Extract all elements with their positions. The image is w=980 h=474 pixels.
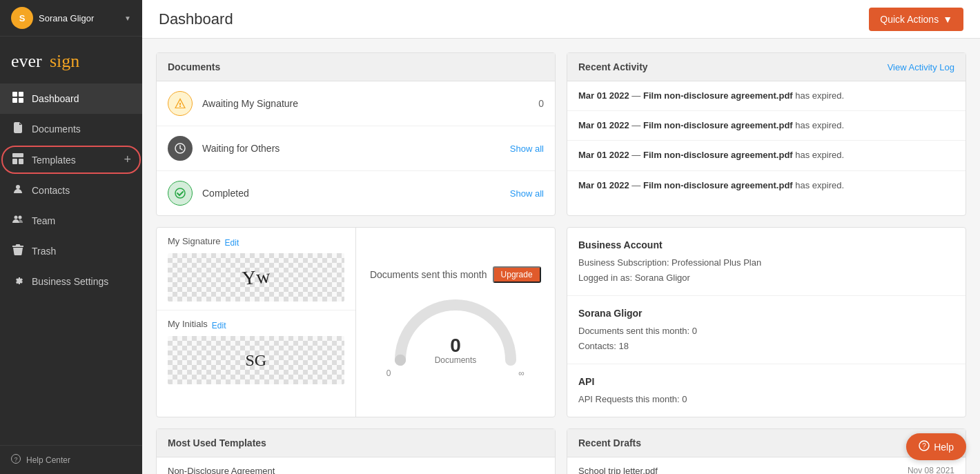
- help-center-label: Help Center: [26, 455, 70, 465]
- help-center-icon: ?: [11, 454, 21, 466]
- gauge-panel: Documents sent this month Upgrade 0 Docu…: [356, 228, 556, 417]
- gauge-max-label: ∞: [518, 368, 525, 378]
- help-circle-icon: ?: [919, 440, 930, 453]
- trash-icon: [11, 244, 25, 258]
- svg-rect-10: [19, 159, 23, 164]
- svg-text:sign: sign: [50, 51, 79, 71]
- documents-card-title: Documents: [168, 61, 220, 72]
- page-title: Dashboard: [159, 10, 233, 28]
- doc-item-waiting[interactable]: Waiting for Others Show all: [157, 126, 555, 171]
- middle-section: My Signature Edit Yw My Initials Edit SG: [156, 227, 556, 417]
- awaiting-icon: [168, 91, 193, 116]
- sidebar-item-documents[interactable]: Documents: [0, 114, 142, 144]
- doc-item-awaiting[interactable]: Awaiting My Signature 0: [157, 81, 555, 126]
- svg-text:0: 0: [450, 335, 461, 356]
- sidebar-item-contacts-label: Contacts: [32, 185, 131, 196]
- help-button[interactable]: ? Help: [906, 433, 966, 460]
- templates-card-title: Most Used Templates: [168, 437, 266, 448]
- quick-actions-button[interactable]: Quick Actions ▼: [869, 8, 963, 31]
- settings-icon: [11, 275, 25, 288]
- signature-image: Yw: [241, 265, 271, 289]
- sidebar-item-team[interactable]: Team: [0, 206, 142, 236]
- sidebar-item-contacts[interactable]: Contacts: [0, 175, 142, 206]
- templates-card-header: Most Used Templates: [157, 429, 555, 457]
- sidebar-item-templates[interactable]: Templates +: [0, 144, 142, 175]
- templates-add-icon[interactable]: +: [124, 152, 131, 167]
- svg-rect-6: [12, 98, 17, 103]
- documents-card-header: Documents: [157, 53, 555, 81]
- gauge-min-label: 0: [386, 368, 391, 378]
- file-icon: [11, 122, 25, 136]
- sidebar-item-business-settings[interactable]: Business Settings: [0, 266, 142, 297]
- activity-date-3: Mar 01 2022: [578, 150, 629, 160]
- svg-text:?: ?: [14, 456, 17, 463]
- biz-section-account: Business Account Business Subscription: …: [567, 228, 966, 296]
- biz-section-user: Sorana Gligor Documents sent this month:…: [567, 296, 966, 364]
- quick-actions-label: Quick Actions: [880, 14, 939, 25]
- activity-text-4: — Film non-disclosure agreement.pdf has …: [629, 180, 844, 190]
- gauge-title: Documents sent this month Upgrade: [370, 266, 541, 283]
- gauge-labels: 0 ∞: [386, 368, 525, 378]
- svg-point-11: [16, 185, 20, 189]
- initials-image: SG: [245, 351, 266, 370]
- svg-point-12: [14, 216, 18, 219]
- my-signature-section: My Signature Edit Yw: [157, 228, 355, 310]
- sidebar-item-dashboard[interactable]: Dashboard: [0, 83, 142, 114]
- biz-account-title: Business Account: [578, 237, 954, 254]
- doc-waiting-show-all[interactable]: Show all: [510, 144, 544, 154]
- svg-rect-7: [19, 98, 23, 103]
- help-button-label: Help: [934, 442, 954, 453]
- completed-icon: [168, 181, 193, 206]
- template-item-1[interactable]: Non-Disclosure Agreement: [157, 457, 555, 474]
- biz-account-line1: Business Subscription: Professional Plus…: [578, 255, 954, 270]
- svg-text:S: S: [19, 13, 26, 23]
- quick-actions-chevron-icon: ▼: [943, 14, 952, 25]
- signature-edit-link[interactable]: Edit: [225, 238, 239, 248]
- signature-panel: My Signature Edit Yw My Initials Edit SG: [157, 228, 356, 417]
- drafts-card-header: Recent Drafts: [567, 429, 966, 457]
- upgrade-button[interactable]: Upgrade: [493, 266, 541, 283]
- help-center-link[interactable]: ? Help Center: [0, 445, 142, 474]
- biz-section-api: API API Requests this month: 0: [567, 364, 966, 417]
- svg-text:Documents: Documents: [434, 355, 476, 365]
- initials-preview: SG: [168, 336, 344, 384]
- activity-item-1: Mar 01 2022 — Film non-disclosure agreem…: [567, 81, 966, 111]
- grid-icon: [11, 92, 25, 106]
- draft-item-1-date: Nov 08 2021: [908, 466, 954, 474]
- draft-item-1[interactable]: School trip letter.pdf Nov 08 2021: [567, 457, 966, 474]
- svg-rect-4: [12, 92, 17, 97]
- activity-text-3: — Film non-disclosure agreement.pdf has …: [629, 150, 844, 160]
- drafts-card-title: Recent Drafts: [578, 437, 641, 448]
- gauge-chart: 0 Documents: [386, 291, 525, 367]
- view-activity-log-link[interactable]: View Activity Log: [888, 62, 954, 72]
- biz-api-line1: API Requests this month: 0: [578, 392, 954, 407]
- brand-logo: ever sign: [0, 37, 142, 83]
- nav-menu: Dashboard Documents Templates + Contacts: [0, 83, 142, 445]
- biz-api-title: API: [578, 374, 954, 391]
- doc-completed-show-all[interactable]: Show all: [510, 188, 544, 199]
- topbar: Dashboard Quick Actions ▼: [142, 0, 980, 39]
- documents-card: Documents Awaiting My Signature 0 Waitin…: [156, 52, 556, 216]
- template-item-1-label: Non-Disclosure Agreement: [168, 466, 275, 474]
- svg-rect-8: [12, 153, 23, 157]
- people-icon: [11, 214, 25, 228]
- initials-edit-link[interactable]: Edit: [212, 321, 226, 330]
- activity-date-2: Mar 01 2022: [578, 120, 629, 130]
- activity-date-4: Mar 01 2022: [578, 180, 629, 190]
- biz-user-title: Sorana Gligor: [578, 306, 954, 322]
- activity-card: Recent Activity View Activity Log Mar 01…: [567, 52, 966, 216]
- activity-text-2: — Film non-disclosure agreement.pdf has …: [629, 120, 844, 130]
- activity-card-title: Recent Activity: [578, 61, 648, 72]
- activity-item-4: Mar 01 2022 — Film non-disclosure agreem…: [567, 171, 966, 200]
- sidebar-item-documents-label: Documents: [32, 124, 131, 135]
- my-initials-label: My Initials: [168, 319, 208, 329]
- activity-card-header: Recent Activity View Activity Log: [567, 53, 966, 81]
- my-initials-section: My Initials Edit SG: [157, 310, 355, 393]
- content-area: Documents Awaiting My Signature 0 Waitin…: [142, 39, 980, 474]
- user-avatar: S: [11, 7, 33, 29]
- user-menu[interactable]: S Sorana Gligor ▼: [0, 0, 142, 37]
- doc-item-completed[interactable]: Completed Show all: [157, 171, 555, 215]
- sidebar-item-trash[interactable]: Trash: [0, 236, 142, 266]
- doc-completed-label: Completed: [202, 188, 510, 199]
- sidebar-item-trash-label: Trash: [32, 246, 131, 257]
